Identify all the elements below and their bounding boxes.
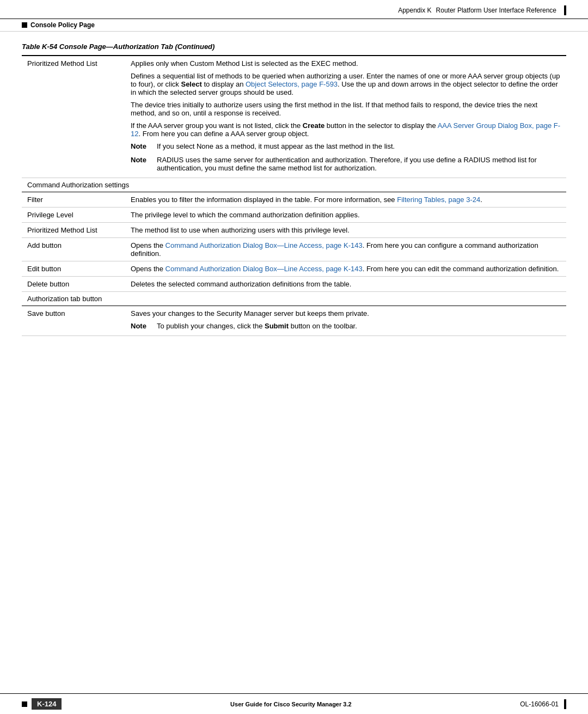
bold-select: Select (181, 80, 201, 88)
footer-left: K-124 (22, 698, 62, 710)
note-block-1: Note If you select None as a method, it … (131, 142, 561, 150)
section-header-cell-2: Authorization tab button (22, 292, 566, 306)
para-1: Applies only when Custom Method List is … (131, 59, 561, 68)
link-aaa-server-group[interactable]: AAA Server Group Dialog Box, page F-12 (131, 121, 560, 138)
main-table: Prioritized Method List Applies only whe… (22, 55, 566, 336)
sub-header-square-icon (22, 22, 27, 28)
para-3: The device tries initially to authorize … (131, 101, 561, 117)
cell-left-add: Add button (22, 238, 125, 261)
table-caption: Table K-54 Console Page—Authorization Ta… (22, 42, 566, 51)
header-divider (564, 5, 566, 15)
link-filtering-tables[interactable]: Filtering Tables, page 3-24 (397, 196, 480, 204)
cell-left-delete: Delete button (22, 277, 125, 292)
para-4: If the AAA server group you want is not … (131, 121, 561, 138)
sub-header-text: Console Policy Page (30, 21, 95, 29)
page-header: Appendix K Router Platform User Interfac… (0, 0, 588, 19)
section-header-cell: Command Authorization settings (22, 178, 566, 192)
note-label-2: Note (131, 156, 151, 172)
table-row: Edit button Opens the Command Authorizat… (22, 261, 566, 277)
note-block-2: Note RADIUS uses the same server for aut… (131, 156, 561, 172)
cell-right-save: Saves your changes to the Security Manag… (125, 306, 566, 336)
cell-right-add: Opens the Command Authorization Dialog B… (125, 238, 566, 261)
note-text-1: If you select None as a method, it must … (157, 142, 561, 150)
cell-left-save: Save button (22, 306, 125, 336)
footer-square-icon (22, 701, 27, 707)
note-label-1: Note (131, 142, 151, 150)
table-row: Delete button Deletes the selected comma… (22, 277, 566, 292)
main-content: Table K-54 Console Page—Authorization Ta… (0, 32, 588, 693)
table-row: Prioritized Method List The method list … (22, 223, 566, 238)
bold-create: Create (303, 121, 324, 130)
page-wrapper: Appendix K Router Platform User Interfac… (0, 0, 588, 714)
para-2: Defines a sequential list of methods to … (131, 72, 561, 96)
save-note-text: To publish your changes, click the Submi… (157, 322, 561, 330)
footer-doc-number: OL-16066-01 (520, 700, 559, 708)
cell-left-prioritized: Prioritized Method List (22, 56, 125, 178)
table-row: Filter Enables you to filter the informa… (22, 192, 566, 208)
cell-right-delete: Deletes the selected command authorizati… (125, 277, 566, 292)
cell-left-privilege: Privilege Level (22, 208, 125, 223)
sub-header: Console Policy Page (0, 19, 588, 32)
table-row: Prioritized Method List Applies only whe… (22, 56, 566, 178)
page-footer: K-124 User Guide for Cisco Security Mana… (0, 693, 588, 714)
footer-right: OL-16066-01 (520, 699, 566, 709)
note-text-2: RADIUS uses the same server for authenti… (157, 156, 561, 172)
table-row: Add button Opens the Command Authorizati… (22, 238, 566, 261)
link-edit-cmd-auth[interactable]: Command Authorization Dialog Box—Line Ac… (166, 265, 363, 273)
table-row: Privilege Level The privilege level to w… (22, 208, 566, 223)
save-para: Saves your changes to the Security Manag… (131, 309, 561, 318)
cell-right-privilege: The privilege level to which the command… (125, 208, 566, 223)
cell-right-pml: The method list to use when authorizing … (125, 223, 566, 238)
cell-right-filter: Enables you to filter the information di… (125, 192, 566, 208)
footer-divider-right (564, 699, 566, 709)
footer-badge: K-124 (32, 698, 62, 710)
cell-left-edit: Edit button (22, 261, 125, 277)
save-note-block: Note To publish your changes, click the … (131, 322, 561, 330)
bold-submit: Submit (265, 322, 289, 330)
section-header-row: Command Authorization settings (22, 178, 566, 192)
footer-center: User Guide for Cisco Security Manager 3.… (230, 701, 352, 707)
sub-header-label: Console Policy Page (22, 21, 566, 29)
cell-right-edit: Opens the Command Authorization Dialog B… (125, 261, 566, 277)
link-object-selectors[interactable]: Object Selectors, page F-593 (246, 80, 338, 88)
section-header-row-2: Authorization tab button (22, 292, 566, 306)
save-note-label: Note (131, 322, 151, 330)
table-row: Save button Saves your changes to the Se… (22, 306, 566, 336)
cell-right-prioritized: Applies only when Custom Method List is … (125, 56, 566, 178)
cell-left-pml: Prioritized Method List (22, 223, 125, 238)
footer-guide-label: User Guide for Cisco Security Manager 3.… (230, 701, 352, 707)
link-add-cmd-auth[interactable]: Command Authorization Dialog Box—Line Ac… (166, 241, 363, 249)
header-right: Appendix K Router Platform User Interfac… (398, 5, 566, 15)
header-title: Router Platform User Interface Reference (436, 7, 556, 14)
appendix-label: Appendix K (398, 7, 431, 14)
cell-left-filter: Filter (22, 192, 125, 208)
